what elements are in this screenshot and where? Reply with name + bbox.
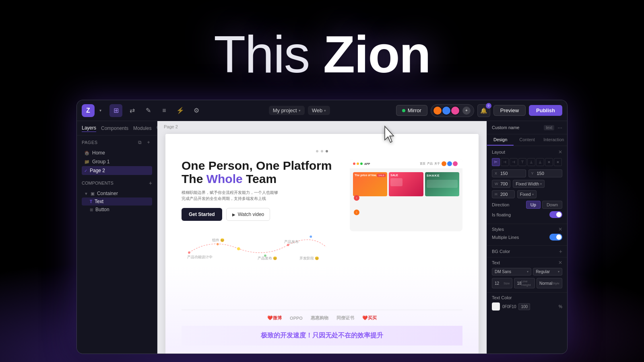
dot-1 bbox=[316, 150, 318, 152]
draw-tool-icon[interactable]: ✎ bbox=[142, 104, 155, 117]
get-started-button[interactable]: Get Started bbox=[182, 208, 222, 221]
duplicate-page-btn[interactable]: ⧉ bbox=[136, 139, 143, 146]
text-component-icon: T bbox=[90, 200, 92, 204]
font-weight-select[interactable]: Regular ▾ bbox=[533, 268, 562, 276]
comp-text[interactable]: T Text bbox=[82, 197, 152, 206]
line-height-input[interactable]: 18 Line Height bbox=[514, 278, 535, 288]
align-center-h-icon[interactable]: ⊣ bbox=[501, 158, 509, 166]
dotted-path-area: 产品功能设计中 组件 😊 产品发布 😊 产品发布 开发阶段 😊 bbox=[182, 229, 334, 261]
collaborator-avatar-2 bbox=[442, 106, 451, 115]
align-top-icon[interactable]: ⊤ bbox=[518, 158, 526, 166]
align-tool-icon[interactable]: ≡ bbox=[158, 104, 171, 117]
tab-components[interactable]: Components bbox=[101, 125, 128, 132]
dir-down-btn[interactable]: Down bbox=[542, 201, 562, 209]
page-item-group1[interactable]: 📁 Group 1 bbox=[82, 157, 152, 166]
panel-menu-icon[interactable]: ··· bbox=[557, 124, 562, 131]
align-right-icon[interactable]: ⊣ bbox=[510, 158, 518, 166]
layout-section-label: Layout bbox=[492, 150, 505, 154]
layout-section-close[interactable]: ✕ bbox=[558, 149, 562, 155]
text-section-close[interactable]: ✕ bbox=[558, 260, 562, 265]
tab-layers[interactable]: Layers bbox=[82, 124, 96, 132]
component-tool-icon[interactable]: ⇄ bbox=[126, 104, 138, 117]
page-content: One Person, One Platform The Whole Team … bbox=[165, 134, 479, 354]
comp-button[interactable]: ⊞ Button bbox=[82, 206, 152, 214]
panel-tabs: Layers Components Modules 🔍 bbox=[77, 121, 157, 136]
w-mode-dropdown[interactable]: Fixed Width ▾ bbox=[513, 180, 545, 188]
preview-nav-link3: 关于 bbox=[434, 162, 440, 166]
bg-color-add-btn[interactable]: + bbox=[559, 248, 562, 255]
style-input[interactable]: Normal Style bbox=[537, 278, 562, 288]
multiple-lines-label: Multiple Lines bbox=[492, 235, 519, 240]
notification-badge: 0 bbox=[486, 103, 491, 109]
tab-interaction[interactable]: Interaction bbox=[541, 134, 567, 146]
page-item-home[interactable]: 🏠 Home bbox=[82, 148, 152, 157]
preview-dot-red bbox=[353, 162, 355, 165]
tab-design[interactable]: Design bbox=[487, 134, 514, 146]
tab-modules[interactable]: Modules bbox=[133, 125, 151, 132]
add-component-btn[interactable]: + bbox=[149, 180, 152, 186]
comp-text-label: Text bbox=[95, 199, 103, 204]
page-item-page2[interactable]: ✓ Page 2 bbox=[82, 166, 152, 175]
toolbar: Z ▾ ⊞ ⇄ ✎ ≡ ⚡ ⚙ My project ▾ Web ▾ Mirro… bbox=[77, 100, 567, 121]
publish-button[interactable]: Publish bbox=[529, 105, 562, 116]
preview-av3 bbox=[453, 161, 458, 166]
distribute-v-icon[interactable]: ≡ bbox=[554, 158, 562, 166]
tab-content[interactable]: Content bbox=[514, 134, 540, 146]
color-swatch-row: 0F0F10 100 % bbox=[492, 302, 562, 311]
preview-card-3: SHAKE bbox=[425, 172, 459, 196]
comp-container[interactable]: ▼ ▣ Container bbox=[82, 189, 152, 197]
components-section-title: Components bbox=[82, 181, 114, 185]
preview-button[interactable]: Preview bbox=[493, 105, 526, 116]
h-mode-dropdown[interactable]: Fixed ▾ bbox=[517, 190, 537, 198]
layout-section: Layout ✕ ⊢ ⊣ ⊣ ⊤ ⊥ ⊥ ≡ ≡ X bbox=[487, 146, 567, 224]
svg-text:开发阶段 😊: 开发阶段 😊 bbox=[299, 256, 319, 261]
button-component-icon: ⊞ bbox=[90, 208, 93, 212]
color-opacity-label: % bbox=[559, 304, 562, 309]
color-opacity-input[interactable]: 100 bbox=[518, 303, 530, 310]
font-size-input[interactable]: 12 Size bbox=[492, 278, 512, 288]
is-floating-toggle[interactable] bbox=[549, 211, 562, 218]
font-family-arrow: ▾ bbox=[527, 270, 528, 274]
w-input[interactable]: W 700 bbox=[492, 180, 510, 188]
right-panel: Custom name text ··· Design Content Inte… bbox=[487, 121, 567, 354]
font-row: DM Sans ▾ Regular ▾ bbox=[492, 268, 562, 276]
canvas-area[interactable]: Page 2 One Person, One Platform The Who bbox=[157, 121, 487, 354]
sale-badge: SALE bbox=[377, 174, 386, 177]
play-icon: ▶ bbox=[232, 212, 235, 217]
add-page-btn[interactable]: + bbox=[145, 139, 152, 146]
dropdown-arrow-icon: ▾ bbox=[540, 182, 542, 186]
watch-video-button[interactable]: ▶ Watch video bbox=[226, 208, 270, 221]
font-family-select[interactable]: DM Sans ▾ bbox=[492, 268, 531, 276]
styles-close-icon[interactable]: ✕ bbox=[558, 226, 562, 232]
brand-weibo: ❤️微博 bbox=[267, 315, 282, 321]
preview-topbar-content: APP 首页 产品 关于 bbox=[363, 161, 459, 166]
project-selector[interactable]: My project ▾ bbox=[269, 106, 305, 115]
x-input[interactable]: X 150 bbox=[492, 169, 526, 177]
hero-section: One Person, One Platform The Whole Team … bbox=[182, 159, 462, 310]
font-weight-arrow: ▾ bbox=[558, 270, 559, 274]
web-selector[interactable]: Web ▾ bbox=[308, 106, 330, 115]
text-color-swatch[interactable] bbox=[492, 302, 500, 311]
notification-button[interactable]: 🔔 0 bbox=[477, 104, 490, 117]
floating-indicator-2: ! bbox=[354, 210, 359, 215]
align-bottom-icon[interactable]: ⊥ bbox=[536, 158, 544, 166]
logo-dropdown-arrow[interactable]: ▾ bbox=[99, 108, 101, 113]
multiple-lines-toggle[interactable] bbox=[549, 234, 562, 241]
expand-container-icon: ▼ bbox=[84, 191, 88, 196]
y-input[interactable]: Y 150 bbox=[528, 169, 563, 177]
dir-up-btn[interactable]: Up bbox=[526, 201, 541, 209]
preview-frame: APP 首页 产品 关于 bbox=[350, 159, 462, 231]
logo-button[interactable]: Z bbox=[82, 104, 95, 117]
h-input[interactable]: H 200 bbox=[492, 190, 515, 198]
hero-headline: One Person, One Platform The Whole Team bbox=[182, 159, 334, 185]
distribute-h-icon[interactable]: ≡ bbox=[545, 158, 553, 166]
comp-container-label: Container bbox=[97, 191, 118, 196]
ai-tool-icon[interactable]: ⚡ bbox=[174, 104, 187, 117]
layout-tool-icon[interactable]: ⊞ bbox=[109, 104, 122, 117]
settings-tool-icon[interactable]: ⚙ bbox=[190, 104, 203, 117]
add-collaborator-button[interactable]: + bbox=[462, 107, 471, 115]
hero-title-bold: Zion bbox=[323, 25, 430, 84]
align-center-v-icon[interactable]: ⊥ bbox=[527, 158, 535, 166]
mirror-button[interactable]: Mirror bbox=[396, 105, 427, 116]
align-left-icon[interactable]: ⊢ bbox=[492, 158, 500, 166]
